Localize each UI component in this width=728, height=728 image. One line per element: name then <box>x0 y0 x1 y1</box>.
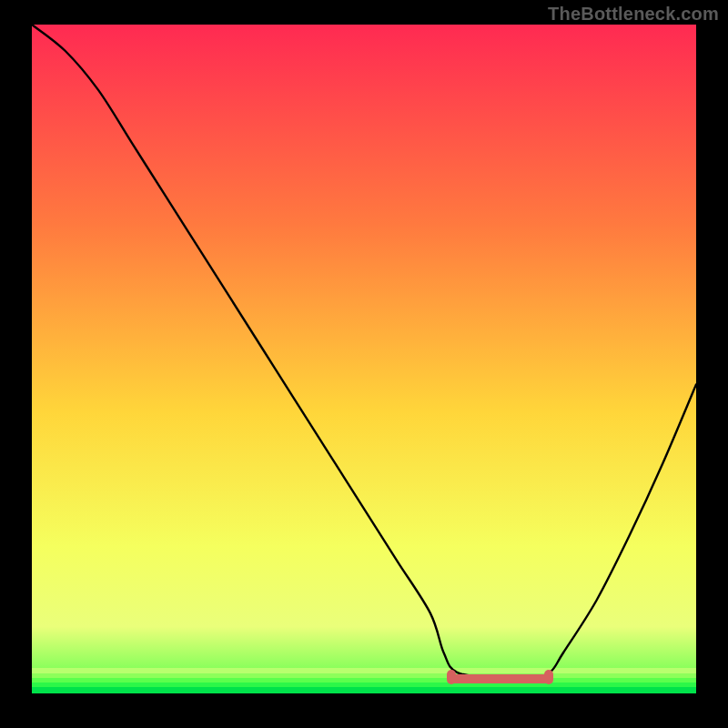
optimal-range-highlight <box>450 674 551 683</box>
chart-frame: TheBottleneck.com <box>0 0 728 728</box>
optimal-range-cap-right <box>544 670 553 684</box>
watermark-text: TheBottleneck.com <box>548 4 719 25</box>
optimal-range-cap-left <box>447 670 456 684</box>
plot-area <box>32 25 696 693</box>
bottleneck-curve <box>32 25 696 680</box>
curve-layer <box>32 25 696 693</box>
